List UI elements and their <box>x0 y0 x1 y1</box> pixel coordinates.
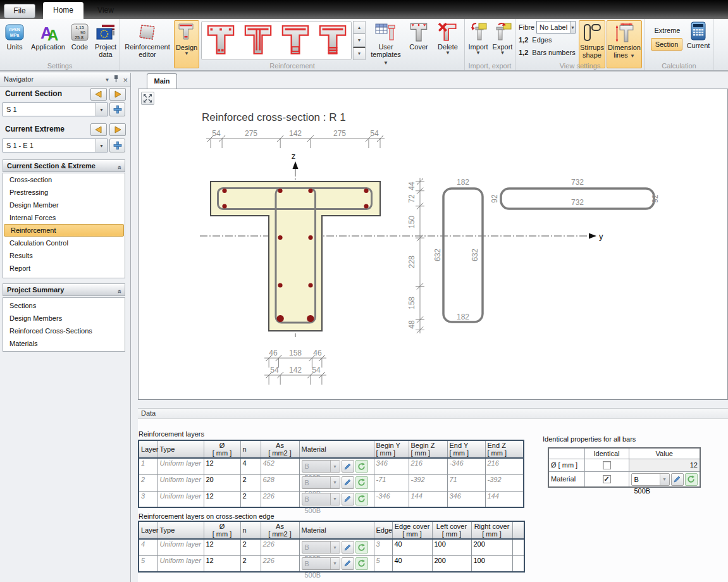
dia-value[interactable]: 12 <box>629 459 700 471</box>
nav-item-cross-section[interactable]: Cross-section <box>3 173 125 186</box>
next-extreme-button[interactable] <box>109 123 126 136</box>
material-combo[interactable]: B 500B▼ <box>302 476 340 489</box>
refresh-material-button[interactable] <box>355 460 368 473</box>
edit-material-button[interactable] <box>342 493 354 505</box>
user-templates-button[interactable]: User templates ▼ <box>368 20 404 66</box>
material-combo[interactable]: B 500B▼ <box>302 493 340 505</box>
application-button[interactable]: A A Application <box>29 20 67 51</box>
template-thumb-3[interactable] <box>281 25 309 56</box>
nav-item-reinforced-cross-sections[interactable]: Reinforced Cross-Sections <box>3 325 125 337</box>
nav-item-sections[interactable]: Sections <box>3 299 125 312</box>
template-thumb-4[interactable] <box>319 25 347 56</box>
cell-left-cover[interactable]: 200 <box>432 555 471 572</box>
material-combo[interactable]: B 500B▼ <box>302 557 340 570</box>
section-extreme-header[interactable]: Current Section & Extreme » <box>3 159 125 172</box>
cell-right-cover[interactable]: 100 <box>471 555 512 572</box>
add-extreme-button[interactable] <box>109 139 125 152</box>
stirrups-shape-button[interactable]: Stirrups shape <box>579 20 605 68</box>
navigator-menu-icon[interactable]: ▼ <box>104 73 109 87</box>
nav-item-calculation-control[interactable]: Calculation Control <box>3 237 125 249</box>
nav-item-materials[interactable]: Materials <box>3 337 125 350</box>
material-combo[interactable]: B 500B▼ <box>302 541 340 554</box>
nav-item-design-members[interactable]: Design Members <box>3 312 125 325</box>
reinforcement-editor-button[interactable]: Reinforcement editor <box>122 20 173 58</box>
export-button[interactable]: Export ▼ <box>491 20 514 56</box>
cell-dia[interactable]: 12 <box>204 491 240 507</box>
refresh-material-button[interactable] <box>355 557 368 570</box>
refresh-material-button[interactable] <box>355 476 368 489</box>
extreme-button[interactable]: Extreme <box>651 27 683 34</box>
dia-identical-checkbox[interactable] <box>603 461 611 469</box>
cell-n[interactable]: 2 <box>240 474 261 491</box>
cell-left-cover[interactable]: 100 <box>432 539 471 555</box>
nav-item-prestressing[interactable]: Prestressing <box>3 186 125 199</box>
tab-home[interactable]: Home <box>43 2 83 19</box>
material-combo[interactable]: B 500B▼ <box>302 460 340 473</box>
gallery-expand-icon[interactable]: ▼ <box>353 47 366 60</box>
edit-material-button[interactable] <box>342 557 354 570</box>
cell-n[interactable]: 4 <box>240 458 261 474</box>
section-button[interactable]: Section <box>651 38 682 51</box>
gallery-up-icon[interactable]: ▲ <box>353 21 366 34</box>
template-thumb-2[interactable] <box>244 25 272 56</box>
import-button[interactable]: Import ▼ <box>466 20 490 56</box>
cell-right-cover[interactable]: 200 <box>471 539 512 555</box>
cell-n[interactable]: 2 <box>240 555 261 572</box>
current-section-dropdown-icon[interactable]: ▼ <box>96 103 107 116</box>
refresh-material-button[interactable] <box>685 473 698 486</box>
nav-item-design-member[interactable]: Design Member <box>3 199 125 211</box>
drawing-canvas[interactable]: Reinforced cross-section : R 1 54 275 14… <box>138 89 728 400</box>
material-identical-checkbox[interactable] <box>603 475 611 483</box>
refresh-material-button[interactable] <box>355 493 368 505</box>
design-button[interactable]: Design ▼ <box>174 20 199 68</box>
current-extreme-dropdown-icon[interactable]: ▼ <box>96 139 107 152</box>
code-button[interactable]: 1,15 90 25.8 Code <box>68 20 91 51</box>
current-section-select[interactable]: S 1 ▼ <box>3 102 108 116</box>
cell-n[interactable]: 2 <box>240 539 261 555</box>
refresh-material-button[interactable] <box>355 541 368 554</box>
edit-material-button[interactable] <box>342 476 354 489</box>
dimension-lines-button[interactable]: Dimension lines ▼ <box>607 20 642 68</box>
template-thumb-1[interactable] <box>207 25 235 56</box>
fit-view-button[interactable] <box>141 92 154 105</box>
edit-material-button[interactable] <box>342 460 354 473</box>
units-button[interactable]: m²kN MPa Units <box>1 20 28 51</box>
project-data-button[interactable]: Project data <box>92 20 119 58</box>
cell-dia[interactable]: 12 <box>204 458 240 474</box>
cover-button[interactable]: Cover <box>405 20 433 51</box>
cell-edge-cover[interactable]: 40 <box>392 555 432 572</box>
edit-material-button[interactable] <box>671 473 684 486</box>
tab-main[interactable]: Main <box>147 73 177 89</box>
next-section-button[interactable] <box>109 88 126 101</box>
current-button[interactable]: Current <box>684 19 712 49</box>
cell-dia[interactable]: 12 <box>204 539 240 555</box>
fibre-combo[interactable]: No Label ▼ <box>536 21 576 34</box>
tab-file[interactable]: File <box>4 4 35 18</box>
nav-item-reinforcement[interactable]: Reinforcement <box>4 224 124 237</box>
bars-numbers-toggle[interactable]: 1,2 Bars numbers <box>519 46 577 59</box>
dia-identical-cell <box>584 459 629 471</box>
navigator-close-icon[interactable]: × <box>123 73 128 87</box>
delete-button[interactable]: Delete ▼ <box>434 20 462 56</box>
prev-extreme-button[interactable] <box>90 123 107 136</box>
reinforcement-editor-icon <box>138 22 157 43</box>
project-summary-header[interactable]: Project Summary » <box>3 283 125 296</box>
nav-item-report[interactable]: Report <box>3 262 125 275</box>
data-panel-header[interactable]: Data <box>138 408 728 419</box>
tab-view[interactable]: View <box>83 2 128 19</box>
navigator-pin-icon[interactable] <box>113 73 119 87</box>
cell-dia[interactable]: 12 <box>204 555 240 572</box>
edges-toggle[interactable]: 1,2 Edges <box>519 34 577 46</box>
prev-section-button[interactable] <box>90 88 107 101</box>
add-section-button[interactable] <box>109 102 125 116</box>
gallery-down-icon[interactable]: ▼ <box>353 34 366 46</box>
cell-dia[interactable]: 20 <box>204 474 240 491</box>
y-axis-arrow <box>589 233 596 239</box>
current-extreme-select[interactable]: S 1 - E 1 ▼ <box>3 139 108 152</box>
nav-item-internal-forces[interactable]: Internal Forces <box>3 211 125 224</box>
edit-material-button[interactable] <box>342 541 354 554</box>
cell-edge-cover[interactable]: 40 <box>392 539 432 555</box>
material-combo[interactable]: B 500B▼ <box>631 473 670 486</box>
cell-n[interactable]: 2 <box>240 491 261 507</box>
nav-item-results[interactable]: Results <box>3 249 125 262</box>
